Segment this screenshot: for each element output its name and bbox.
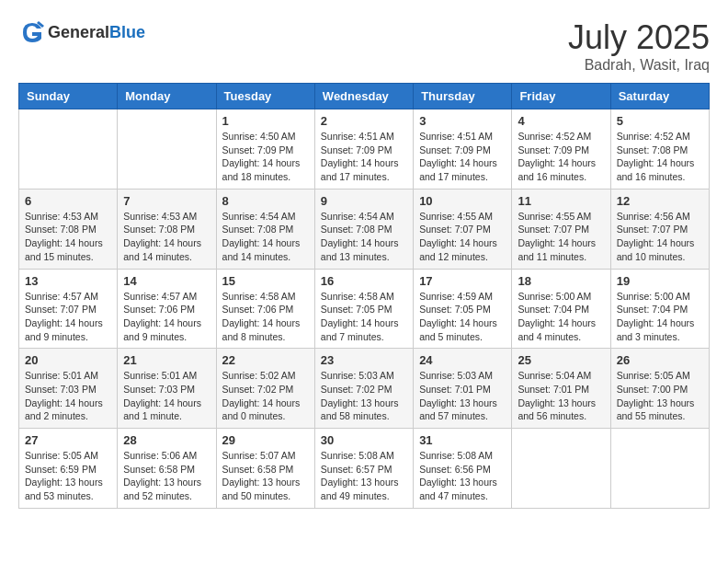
day-number: 31 bbox=[419, 433, 506, 447]
day-info: Sunrise: 4:56 AM Sunset: 7:07 PM Dayligh… bbox=[617, 210, 703, 264]
day-number: 10 bbox=[419, 194, 506, 208]
logo-icon bbox=[18, 18, 46, 46]
day-info: Sunrise: 5:01 AM Sunset: 7:03 PM Dayligh… bbox=[25, 369, 111, 423]
day-info: Sunrise: 5:00 AM Sunset: 7:04 PM Dayligh… bbox=[617, 290, 703, 344]
day-info: Sunrise: 4:55 AM Sunset: 7:07 PM Dayligh… bbox=[518, 210, 604, 264]
calendar-day-cell: 11Sunrise: 4:55 AM Sunset: 7:07 PM Dayli… bbox=[512, 189, 610, 269]
day-info: Sunrise: 4:53 AM Sunset: 7:08 PM Dayligh… bbox=[25, 210, 111, 264]
calendar-day-cell: 23Sunrise: 5:03 AM Sunset: 7:02 PM Dayli… bbox=[314, 349, 413, 429]
day-info: Sunrise: 5:06 AM Sunset: 6:58 PM Dayligh… bbox=[123, 449, 210, 503]
day-number: 15 bbox=[222, 274, 309, 288]
month-year: July 2025 bbox=[568, 18, 710, 57]
calendar-day-cell bbox=[118, 109, 216, 190]
day-number: 12 bbox=[617, 194, 703, 208]
day-info: Sunrise: 4:52 AM Sunset: 7:08 PM Dayligh… bbox=[617, 130, 703, 184]
day-info: Sunrise: 4:53 AM Sunset: 7:08 PM Dayligh… bbox=[123, 210, 210, 264]
day-info: Sunrise: 4:57 AM Sunset: 7:06 PM Dayligh… bbox=[123, 290, 210, 344]
day-info: Sunrise: 4:51 AM Sunset: 7:09 PM Dayligh… bbox=[419, 130, 506, 184]
calendar-day-cell: 5Sunrise: 4:52 AM Sunset: 7:08 PM Daylig… bbox=[610, 109, 709, 190]
calendar-day-cell: 13Sunrise: 4:57 AM Sunset: 7:07 PM Dayli… bbox=[19, 269, 118, 349]
day-number: 5 bbox=[617, 114, 703, 128]
calendar-day-cell: 21Sunrise: 5:01 AM Sunset: 7:03 PM Dayli… bbox=[118, 349, 216, 429]
day-info: Sunrise: 5:00 AM Sunset: 7:04 PM Dayligh… bbox=[518, 290, 604, 344]
day-number: 14 bbox=[123, 274, 210, 288]
page-header: GeneralBlue July 2025 Badrah, Wasit, Ira… bbox=[18, 18, 710, 74]
calendar-day-cell: 6Sunrise: 4:53 AM Sunset: 7:08 PM Daylig… bbox=[19, 189, 118, 269]
day-number: 28 bbox=[123, 433, 210, 447]
day-of-week-header: Monday bbox=[118, 84, 216, 109]
calendar-day-cell bbox=[19, 109, 118, 190]
day-of-week-header: Thursday bbox=[414, 84, 512, 109]
day-info: Sunrise: 4:55 AM Sunset: 7:07 PM Dayligh… bbox=[419, 210, 506, 264]
day-info: Sunrise: 5:05 AM Sunset: 7:00 PM Dayligh… bbox=[617, 369, 703, 423]
logo-text: GeneralBlue bbox=[48, 23, 145, 42]
calendar-week-row: 20Sunrise: 5:01 AM Sunset: 7:03 PM Dayli… bbox=[19, 349, 710, 429]
calendar-week-row: 13Sunrise: 4:57 AM Sunset: 7:07 PM Dayli… bbox=[19, 269, 710, 349]
calendar-day-cell: 8Sunrise: 4:54 AM Sunset: 7:08 PM Daylig… bbox=[216, 189, 314, 269]
day-number: 9 bbox=[321, 194, 407, 208]
title-block: July 2025 Badrah, Wasit, Iraq bbox=[568, 18, 710, 74]
day-number: 24 bbox=[419, 353, 506, 367]
day-number: 16 bbox=[321, 274, 407, 288]
calendar-day-cell: 15Sunrise: 4:58 AM Sunset: 7:06 PM Dayli… bbox=[216, 269, 314, 349]
logo: GeneralBlue bbox=[18, 18, 145, 46]
day-of-week-header: Friday bbox=[512, 84, 610, 109]
calendar-day-cell: 12Sunrise: 4:56 AM Sunset: 7:07 PM Dayli… bbox=[610, 189, 709, 269]
day-of-week-header: Sunday bbox=[19, 84, 118, 109]
calendar-day-cell: 31Sunrise: 5:08 AM Sunset: 6:56 PM Dayli… bbox=[414, 429, 512, 509]
day-info: Sunrise: 4:58 AM Sunset: 7:06 PM Dayligh… bbox=[222, 290, 309, 344]
calendar-day-cell: 28Sunrise: 5:06 AM Sunset: 6:58 PM Dayli… bbox=[118, 429, 216, 509]
calendar-day-cell: 7Sunrise: 4:53 AM Sunset: 7:08 PM Daylig… bbox=[118, 189, 216, 269]
calendar-week-row: 27Sunrise: 5:05 AM Sunset: 6:59 PM Dayli… bbox=[19, 429, 710, 509]
day-info: Sunrise: 5:01 AM Sunset: 7:03 PM Dayligh… bbox=[123, 369, 210, 423]
day-of-week-header: Tuesday bbox=[216, 84, 314, 109]
day-number: 17 bbox=[419, 274, 506, 288]
day-info: Sunrise: 5:05 AM Sunset: 6:59 PM Dayligh… bbox=[25, 449, 111, 503]
calendar-day-cell: 29Sunrise: 5:07 AM Sunset: 6:58 PM Dayli… bbox=[216, 429, 314, 509]
calendar-day-cell bbox=[512, 429, 610, 509]
day-number: 11 bbox=[518, 194, 604, 208]
day-number: 13 bbox=[25, 274, 111, 288]
calendar-day-cell: 19Sunrise: 5:00 AM Sunset: 7:04 PM Dayli… bbox=[610, 269, 709, 349]
location: Badrah, Wasit, Iraq bbox=[568, 57, 710, 74]
day-number: 1 bbox=[222, 114, 309, 128]
calendar-day-cell: 30Sunrise: 5:08 AM Sunset: 6:57 PM Dayli… bbox=[314, 429, 413, 509]
day-info: Sunrise: 4:50 AM Sunset: 7:09 PM Dayligh… bbox=[222, 130, 309, 184]
day-info: Sunrise: 5:07 AM Sunset: 6:58 PM Dayligh… bbox=[222, 449, 309, 503]
day-of-week-header: Wednesday bbox=[314, 84, 413, 109]
calendar-day-cell: 26Sunrise: 5:05 AM Sunset: 7:00 PM Dayli… bbox=[610, 349, 709, 429]
day-number: 23 bbox=[321, 353, 407, 367]
day-info: Sunrise: 5:08 AM Sunset: 6:57 PM Dayligh… bbox=[321, 449, 407, 503]
day-of-week-header: Saturday bbox=[610, 84, 709, 109]
day-info: Sunrise: 5:03 AM Sunset: 7:02 PM Dayligh… bbox=[321, 369, 407, 423]
day-number: 21 bbox=[123, 353, 210, 367]
day-number: 4 bbox=[518, 114, 604, 128]
day-info: Sunrise: 4:51 AM Sunset: 7:09 PM Dayligh… bbox=[321, 130, 407, 184]
day-info: Sunrise: 4:57 AM Sunset: 7:07 PM Dayligh… bbox=[25, 290, 111, 344]
day-info: Sunrise: 4:54 AM Sunset: 7:08 PM Dayligh… bbox=[222, 210, 309, 264]
calendar-day-cell: 27Sunrise: 5:05 AM Sunset: 6:59 PM Dayli… bbox=[19, 429, 118, 509]
calendar-header-row: SundayMondayTuesdayWednesdayThursdayFrid… bbox=[19, 84, 710, 109]
day-number: 19 bbox=[617, 274, 703, 288]
day-number: 7 bbox=[123, 194, 210, 208]
day-number: 18 bbox=[518, 274, 604, 288]
calendar-day-cell: 9Sunrise: 4:54 AM Sunset: 7:08 PM Daylig… bbox=[314, 189, 413, 269]
day-info: Sunrise: 5:03 AM Sunset: 7:01 PM Dayligh… bbox=[419, 369, 506, 423]
day-number: 30 bbox=[321, 433, 407, 447]
logo-general: General bbox=[48, 23, 109, 41]
calendar-day-cell: 17Sunrise: 4:59 AM Sunset: 7:05 PM Dayli… bbox=[414, 269, 512, 349]
day-info: Sunrise: 5:08 AM Sunset: 6:56 PM Dayligh… bbox=[419, 449, 506, 503]
day-info: Sunrise: 4:59 AM Sunset: 7:05 PM Dayligh… bbox=[419, 290, 506, 344]
day-number: 20 bbox=[25, 353, 111, 367]
day-number: 26 bbox=[617, 353, 703, 367]
day-info: Sunrise: 5:04 AM Sunset: 7:01 PM Dayligh… bbox=[518, 369, 604, 423]
calendar-day-cell: 22Sunrise: 5:02 AM Sunset: 7:02 PM Dayli… bbox=[216, 349, 314, 429]
day-info: Sunrise: 4:52 AM Sunset: 7:09 PM Dayligh… bbox=[518, 130, 604, 184]
calendar-day-cell: 24Sunrise: 5:03 AM Sunset: 7:01 PM Dayli… bbox=[414, 349, 512, 429]
calendar-day-cell: 14Sunrise: 4:57 AM Sunset: 7:06 PM Dayli… bbox=[118, 269, 216, 349]
day-number: 25 bbox=[518, 353, 604, 367]
calendar-day-cell: 20Sunrise: 5:01 AM Sunset: 7:03 PM Dayli… bbox=[19, 349, 118, 429]
calendar-day-cell: 4Sunrise: 4:52 AM Sunset: 7:09 PM Daylig… bbox=[512, 109, 610, 190]
day-number: 6 bbox=[25, 194, 111, 208]
calendar-day-cell: 16Sunrise: 4:58 AM Sunset: 7:05 PM Dayli… bbox=[314, 269, 413, 349]
